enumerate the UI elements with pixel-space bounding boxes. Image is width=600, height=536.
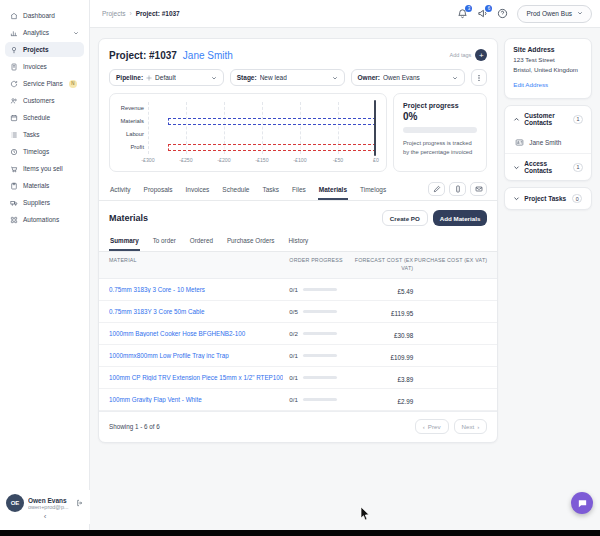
gear-icon <box>146 75 152 81</box>
table-row: 0.75mm 3183Y 3 Core 50m Cable0/5£119.95 <box>99 301 497 323</box>
order-progress-cell: 0/1 <box>289 374 351 381</box>
breadcrumb-projects[interactable]: Projects <box>102 10 125 17</box>
contact-row[interactable]: Jane Smith <box>505 132 591 153</box>
contact-card-icon <box>515 138 524 147</box>
tab-activity[interactable]: Activity <box>109 182 132 200</box>
tab-proposals[interactable]: Proposals <box>143 182 174 200</box>
sidebar-item-automations[interactable]: Automations <box>5 212 84 227</box>
user-email: owen+prod@p... <box>28 504 69 510</box>
order-progress-cell: 0/1 <box>289 286 351 293</box>
pipeline-select[interactable]: Pipeline: Default <box>109 69 224 86</box>
sidebar-item-tasks[interactable]: Tasks <box>5 127 84 142</box>
cart-icon <box>10 165 18 173</box>
sidebar-collapse-button[interactable]: ‹ <box>6 512 84 522</box>
prev-button[interactable]: ‹ Prev <box>415 419 449 434</box>
sidebar-item-service-plans[interactable]: Service PlansN <box>5 76 84 91</box>
sidebar-item-dashboard[interactable]: Dashboard <box>5 8 84 23</box>
sidebar-item-materials[interactable]: Materials <box>5 178 84 193</box>
sidebar-item-items-you-sell[interactable]: Items you sell <box>5 161 84 176</box>
x-tick-label: -£300 <box>141 157 154 163</box>
more-options-button[interactable] <box>471 69 487 86</box>
breadcrumb-separator: › <box>129 10 131 17</box>
tab-materials[interactable]: Materials <box>318 182 348 200</box>
order-progress-cell: 0/5 <box>289 308 351 315</box>
tab-invoices[interactable]: Invoices <box>185 182 211 200</box>
project-tasks-toggle[interactable]: Project Tasks 0 <box>505 188 591 209</box>
edit-address-link[interactable]: Edit Address <box>513 81 548 88</box>
sidebar-item-invoices[interactable]: Invoices <box>5 59 84 74</box>
tab-timelogs[interactable]: Timelogs <box>359 182 387 200</box>
announcements-icon[interactable]: 6 <box>477 8 489 20</box>
material-link[interactable]: 0.75mm 3183Y 3 Core 50m Cable <box>109 308 283 315</box>
chevron-down-icon <box>211 75 217 81</box>
material-link[interactable]: 0.75mm 3183y 3 Core - 10 Meters <box>109 286 283 293</box>
sidebar-item-schedule[interactable]: Schedule <box>5 110 84 125</box>
help-icon[interactable] <box>497 8 509 20</box>
customer-contacts-count: 1 <box>573 115 583 124</box>
notifications-bell-icon[interactable]: 3 <box>457 8 469 20</box>
avatar[interactable]: OE <box>6 494 24 512</box>
order-progress-bar <box>303 376 337 379</box>
address-line-1: 123 Test Street <box>513 56 583 63</box>
chart-xaxis: -£300-£250-£200-£150-£100-£50£0 <box>148 157 376 166</box>
sidebar-item-analytics[interactable]: Analytics <box>5 25 84 40</box>
order-progress-bar <box>303 398 337 401</box>
subtab-summary[interactable]: Summary <box>109 234 140 251</box>
subtab-history[interactable]: History <box>288 234 310 251</box>
forecast-cost: £109.99 <box>391 354 414 361</box>
tab-schedule[interactable]: Schedule <box>221 182 250 200</box>
forecast-cost: £30.98 <box>394 332 413 339</box>
sidebar-item-label: Analytics <box>23 29 49 36</box>
create-po-button[interactable]: Create PO <box>382 210 428 226</box>
material-link[interactable]: 1000mm Bayonet Cooker Hose BFGHENB2-100 <box>109 330 283 337</box>
chevron-down-icon <box>452 75 458 81</box>
progress-title: Project progress <box>403 102 477 109</box>
invoice-icon <box>10 63 18 71</box>
user-box: OE Owen Evans owen+prod@p... ‹ <box>0 490 90 524</box>
stage-select[interactable]: Stage: New lead <box>230 69 345 86</box>
sidebar-item-label: Schedule <box>23 114 50 121</box>
chat-fab-button[interactable] <box>571 492 593 514</box>
calendar-icon <box>10 114 18 122</box>
customer-link[interactable]: Jane Smith <box>183 50 233 61</box>
subtab-to-order[interactable]: To order <box>152 234 177 251</box>
sidebar-item-label: Suppliers <box>23 199 50 206</box>
tab-files[interactable]: Files <box>291 182 307 200</box>
phone-button[interactable] <box>449 182 466 196</box>
org-name: Prod Owen Bus <box>526 10 572 17</box>
forecast-cost: £3.89 <box>398 376 414 383</box>
material-link[interactable]: 1000mmx800mm Low Profile Tray inc Trap <box>109 352 283 359</box>
user-name: Owen Evans <box>28 497 69 504</box>
bottom-bar <box>0 530 600 536</box>
topbar: Projects › Project: #1037 3 6 Prod Owen … <box>90 0 600 28</box>
edit-button[interactable] <box>428 182 445 196</box>
table-row: 100mm Gravity Flap Vent - White0/1£2.99 <box>99 389 497 411</box>
chevron-down-icon <box>73 30 79 36</box>
sidebar-item-projects[interactable]: Projects <box>5 42 84 57</box>
chevron-down-icon <box>332 75 338 81</box>
next-button[interactable]: Next › <box>454 419 488 434</box>
owner-select[interactable]: Owner: Owen Evans <box>351 69 466 86</box>
x-tick-label: -£200 <box>217 157 230 163</box>
material-link[interactable]: 100mm CP Rigid TRV Extension Piece 15mm … <box>109 374 283 381</box>
logout-icon[interactable] <box>76 499 84 507</box>
subtab-ordered[interactable]: Ordered <box>189 234 214 251</box>
forecast-cost: £119.95 <box>391 310 413 317</box>
x-tick-label: -£150 <box>255 157 268 163</box>
email-button[interactable] <box>470 182 487 196</box>
subtab-purchase-orders[interactable]: Purchase Orders <box>226 234 276 251</box>
chevron-down-icon <box>513 195 520 202</box>
add-materials-button[interactable]: Add Materials <box>433 210 488 226</box>
material-link[interactable]: 100mm Gravity Flap Vent - White <box>109 396 283 403</box>
add-tags-button[interactable]: + <box>475 49 487 61</box>
access-contacts-toggle[interactable]: Access Contacts 1 <box>505 154 591 180</box>
tab-tasks[interactable]: Tasks <box>261 182 280 200</box>
sidebar-item-suppliers[interactable]: Suppliers <box>5 195 84 210</box>
materials-icon <box>10 182 18 190</box>
sidebar-item-customers[interactable]: Customers <box>5 93 84 108</box>
org-selector[interactable]: Prod Owen Bus <box>517 5 592 23</box>
x-tick-label: -£50 <box>333 157 343 163</box>
sidebar-item-timelogs[interactable]: Timelogs <box>5 144 84 159</box>
forecast-cost: £2.99 <box>398 398 414 405</box>
customer-contacts-toggle[interactable]: Customer Contacts 1 <box>505 106 591 132</box>
